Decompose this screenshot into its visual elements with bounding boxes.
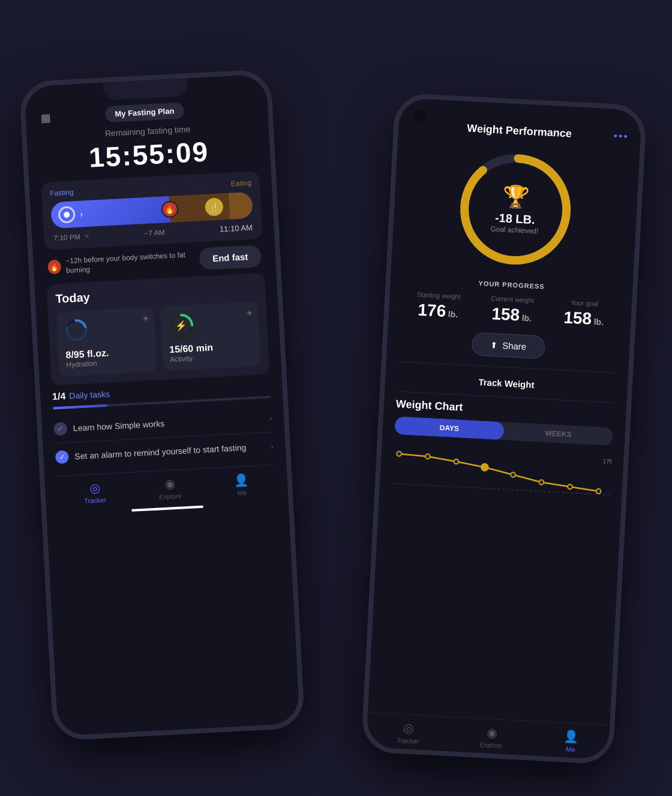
explore-label: Explore xyxy=(159,492,182,500)
svg-point-11 xyxy=(481,462,489,471)
end-fast-button[interactable]: End fast xyxy=(199,245,262,270)
progress-ring-container: 🏆 -18 LB. Goal achieved! xyxy=(403,143,628,275)
bar-eating-right xyxy=(228,191,253,219)
task-1-arrow: › xyxy=(269,413,272,422)
chart-area: 175 xyxy=(391,441,612,512)
task-2-arrow: › xyxy=(271,441,274,450)
ring-center: 🏆 -18 LB. Goal achieved! xyxy=(490,183,541,235)
svg-point-15 xyxy=(596,488,601,493)
fasting-header: Remaining fasting time 15:55:09 xyxy=(38,121,259,176)
flame-small-icon: 🔥 xyxy=(47,259,61,274)
end-fast-row: 🔥 ~12h before your body switches to fat … xyxy=(45,244,264,278)
goal-weight-value: 158 lb. xyxy=(563,308,605,329)
task-1-check: ✓ xyxy=(53,422,67,435)
tasks-label: Daily tasks xyxy=(69,389,110,401)
task-2-text: Set an alarm to remind yourself to start… xyxy=(74,441,265,461)
daily-tasks-section: 1/4 Daily tasks ✓ Learn how Simple works… xyxy=(52,380,274,471)
activity-add-button[interactable]: + xyxy=(246,307,252,318)
right-title: Weight Performance xyxy=(425,119,614,142)
fat-burn-text: ~12h before your body switches to fat bu… xyxy=(65,250,200,275)
starting-weight-label: Starting weight xyxy=(417,290,461,300)
weight-chart-svg: 175 xyxy=(391,441,612,512)
track-weight-button[interactable]: Track Weight xyxy=(397,364,616,403)
eating-fork-icon: 🍴 xyxy=(205,197,224,217)
bottom-nav: ◎ Tracker ◉ Explore 👤 Me xyxy=(56,464,277,510)
svg-point-14 xyxy=(568,484,572,489)
today-title: Today xyxy=(55,281,257,306)
left-phone-screen: ▦ My Fasting Plan Remaining fasting time… xyxy=(24,74,300,736)
svg-point-13 xyxy=(539,479,544,484)
top-bar: ▦ My Fasting Plan xyxy=(37,98,256,126)
right-me-icon: 👤 xyxy=(563,729,579,744)
tab-weeks[interactable]: WEEKS xyxy=(503,422,613,445)
trophy-icon: 🏆 xyxy=(491,183,541,211)
right-nav-me[interactable]: 👤 Me xyxy=(563,729,579,753)
share-button[interactable]: ⬆ Share xyxy=(471,332,545,359)
svg-text:175: 175 xyxy=(603,458,612,465)
left-content: ▦ My Fasting Plan Remaining fasting time… xyxy=(24,74,300,736)
phone-left: ▦ My Fasting Plan Remaining fasting time… xyxy=(19,68,305,740)
right-explore-label: Explore xyxy=(479,741,502,749)
nav-me[interactable]: 👤 Me xyxy=(233,472,250,496)
svg-line-7 xyxy=(392,483,610,494)
chart-tabs: DAYS WEEKS xyxy=(394,416,613,446)
hydration-card: + 8/95 fl.oz. Hydration xyxy=(56,307,157,376)
task-2-check: ✓ xyxy=(55,450,69,464)
task-1-text: Learn how Simple works xyxy=(73,413,263,433)
activity-bolt-icon: ⚡ xyxy=(175,320,188,332)
svg-point-9 xyxy=(425,453,430,458)
svg-point-10 xyxy=(454,459,458,464)
tracker-label: Tracker xyxy=(84,496,106,504)
right-content: Weight Performance ••• 🏆 xyxy=(366,97,642,759)
eating-time: 11:10 AM xyxy=(219,223,253,233)
starting-weight-value: 176 lb. xyxy=(416,300,460,322)
goal-weight-stat: Your goal 158 lb. xyxy=(563,298,605,329)
bar-arrow: › xyxy=(80,209,83,218)
progress-section: YOUR PROGRESS Starting weight 176 lb. Cu… xyxy=(398,275,620,363)
right-header: Weight Performance ••• xyxy=(410,113,629,143)
right-me-label: Me xyxy=(566,745,575,753)
fat-burn-info: 🔥 ~12h before your body switches to fat … xyxy=(47,250,200,276)
tasks-progress-fill xyxy=(53,404,107,409)
weight-stats: Starting weight 176 lb. Current weight 1… xyxy=(400,290,620,330)
hydration-add-button[interactable]: + xyxy=(143,313,149,324)
right-tracker-label: Tracker xyxy=(397,736,419,744)
today-cards: + 8/95 fl.oz. Hydration xyxy=(56,301,261,376)
svg-point-8 xyxy=(397,451,401,456)
share-icon: ⬆ xyxy=(490,340,498,350)
plan-badge[interactable]: My Fasting Plan xyxy=(105,102,184,122)
edit-icon[interactable]: ✎ xyxy=(85,233,90,239)
goal-weight-label: Your goal xyxy=(564,298,604,307)
fasting-section: Fasting Eating › 🔥 🍴 xyxy=(41,171,262,250)
starting-weight-stat: Starting weight 176 lb. xyxy=(416,290,461,322)
hydration-gauge-icon xyxy=(64,317,89,343)
fasting-label: Fasting xyxy=(50,188,74,197)
fasting-ring xyxy=(58,206,75,223)
current-weight-value: 158 lb. xyxy=(490,304,533,326)
explore-icon: ◉ xyxy=(164,476,175,491)
nav-tracker[interactable]: ◎ Tracker xyxy=(83,480,107,504)
tab-days[interactable]: DAYS xyxy=(394,416,504,440)
start-time: 7:10 PM ✎ xyxy=(53,232,90,242)
right-nav-explore[interactable]: ◉ Explore xyxy=(479,725,503,749)
phone-right: Weight Performance ••• 🏆 xyxy=(361,92,647,764)
ring-wrapper: 🏆 -18 LB. Goal achieved! xyxy=(452,146,578,272)
approx-time: ~7 AM xyxy=(144,227,165,237)
menu-icon[interactable]: ▦ xyxy=(40,110,51,124)
more-options-icon[interactable]: ••• xyxy=(613,130,629,143)
current-weight-label: Current weight xyxy=(491,295,534,304)
right-tracker-icon: ◎ xyxy=(403,720,414,735)
svg-point-12 xyxy=(511,472,515,477)
current-weight-stat: Current weight 158 lb. xyxy=(490,295,534,326)
tracker-icon: ◎ xyxy=(89,480,100,495)
me-icon: 👤 xyxy=(233,472,249,487)
bar-eating: 🍴 xyxy=(169,193,229,222)
right-explore-icon: ◉ xyxy=(486,725,497,740)
right-phone-screen: Weight Performance ••• 🏆 xyxy=(366,97,642,759)
eating-label: Eating xyxy=(231,178,252,188)
bar-fasting: › 🔥 xyxy=(50,196,170,228)
nav-explore[interactable]: ◉ Explore xyxy=(158,476,182,500)
phones-container: ▦ My Fasting Plan Remaining fasting time… xyxy=(48,38,624,758)
fasting-bar: › 🔥 🍴 xyxy=(50,191,253,229)
right-nav-tracker[interactable]: ◎ Tracker xyxy=(397,720,420,744)
